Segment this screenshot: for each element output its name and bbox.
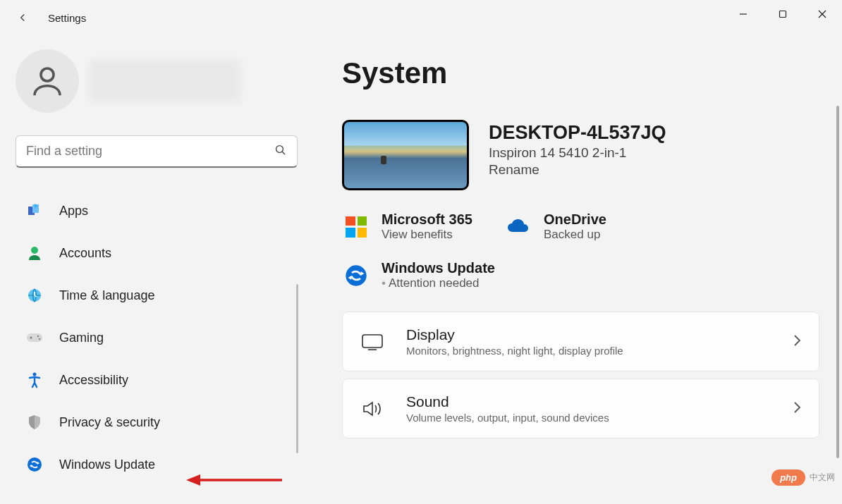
user-details <box>89 60 240 102</box>
rename-link[interactable]: Rename <box>489 162 666 178</box>
svg-point-5 <box>276 145 283 152</box>
accessibility-icon <box>25 371 44 389</box>
watermark-text: 中文网 <box>810 472 835 484</box>
status-microsoft-365[interactable]: Microsoft 365 View benefits <box>342 207 483 246</box>
nav-label: Gaming <box>59 331 104 345</box>
device-section: DESKTOP-4L537JQ Inspiron 14 5410 2-in-1 … <box>342 120 842 190</box>
sidebar-scrollbar[interactable] <box>296 284 298 453</box>
svg-point-15 <box>39 338 41 340</box>
device-name: DESKTOP-4L537JQ <box>489 121 666 144</box>
watermark: php 中文网 <box>771 469 835 486</box>
search-box[interactable] <box>16 135 298 168</box>
window-title: Settings <box>48 12 86 24</box>
search-input[interactable] <box>26 144 274 159</box>
avatar-icon <box>16 49 79 113</box>
svg-line-6 <box>282 152 285 154</box>
svg-rect-1 <box>780 11 786 18</box>
microsoft-365-icon <box>342 213 370 241</box>
gamepad-icon <box>25 328 44 347</box>
status-windows-update[interactable]: Windows Update •Attention needed <box>342 256 495 295</box>
sound-icon <box>360 396 385 422</box>
sidebar: Apps Accounts Time & language Gaming <box>0 35 314 504</box>
update-sync-icon <box>342 262 370 290</box>
list-item-subtitle: Volume levels, output, input, sound devi… <box>406 412 771 424</box>
accounts-icon <box>25 244 44 262</box>
apps-icon <box>25 202 44 220</box>
svg-point-20 <box>346 265 366 285</box>
user-profile[interactable] <box>16 49 298 113</box>
svg-point-13 <box>30 337 32 339</box>
nav-label: Windows Update <box>59 457 155 472</box>
search-icon <box>274 144 287 159</box>
svg-point-14 <box>37 336 39 338</box>
status-subtitle: Backed up <box>544 228 606 242</box>
device-wallpaper-thumb[interactable] <box>342 120 469 190</box>
device-model: Inspiron 14 5410 2-in-1 <box>489 145 666 161</box>
svg-rect-12 <box>27 333 42 342</box>
svg-point-10 <box>31 247 38 254</box>
nav-item-time-language[interactable]: Time & language <box>16 277 284 314</box>
nav-label: Accounts <box>59 246 111 261</box>
svg-point-4 <box>41 68 54 81</box>
svg-point-17 <box>28 457 42 472</box>
display-icon <box>360 329 385 355</box>
main-content: System DESKTOP-4L537JQ Inspiron 14 5410 … <box>314 35 842 504</box>
close-button[interactable] <box>803 0 842 28</box>
minimize-button[interactable] <box>724 0 763 28</box>
status-row: Microsoft 365 View benefits OneDrive Bac… <box>342 207 842 246</box>
page-title: System <box>342 56 842 90</box>
chevron-right-icon <box>792 333 802 350</box>
svg-rect-23 <box>362 335 382 348</box>
main-scrollbar[interactable] <box>836 106 839 458</box>
list-item-sound[interactable]: Sound Volume levels, output, input, soun… <box>342 379 819 438</box>
nav-label: Time & language <box>59 288 154 303</box>
nav-item-accessibility[interactable]: Accessibility <box>16 362 284 398</box>
status-row-2: Windows Update •Attention needed <box>342 256 842 295</box>
update-sync-icon <box>25 455 44 474</box>
status-subtitle: View benefits <box>382 228 472 242</box>
clock-globe-icon <box>25 286 44 305</box>
watermark-badge: php <box>771 469 805 486</box>
window-controls <box>724 0 842 28</box>
status-subtitle: •Attention needed <box>382 276 495 290</box>
nav-item-privacy-security[interactable]: Privacy & security <box>16 404 284 441</box>
nav-item-gaming[interactable]: Gaming <box>16 319 284 356</box>
status-title: Microsoft 365 <box>382 211 472 228</box>
list-item-display[interactable]: Display Monitors, brightness, night ligh… <box>342 312 819 371</box>
svg-point-16 <box>33 373 37 376</box>
onedrive-cloud-icon <box>504 213 532 241</box>
settings-list: Display Monitors, brightness, night ligh… <box>342 312 842 438</box>
nav-label: Privacy & security <box>59 415 160 430</box>
maximize-button[interactable] <box>763 0 803 28</box>
status-title: OneDrive <box>544 211 606 228</box>
list-item-title: Display <box>406 326 771 343</box>
nav-item-apps[interactable]: Apps <box>16 192 284 229</box>
nav-label: Accessibility <box>59 373 128 388</box>
shield-icon <box>25 413 44 431</box>
nav-item-windows-update[interactable]: Windows Update <box>16 446 284 483</box>
list-item-subtitle: Monitors, brightness, night light, displ… <box>406 345 771 357</box>
chevron-right-icon <box>792 400 802 417</box>
back-button[interactable] <box>11 6 34 29</box>
nav-item-accounts[interactable]: Accounts <box>16 235 284 271</box>
status-onedrive[interactable]: OneDrive Backed up <box>504 207 645 246</box>
nav-label: Apps <box>59 204 88 219</box>
nav-list: Apps Accounts Time & language Gaming <box>16 192 298 483</box>
status-title: Windows Update <box>382 260 495 276</box>
list-item-title: Sound <box>406 393 771 410</box>
